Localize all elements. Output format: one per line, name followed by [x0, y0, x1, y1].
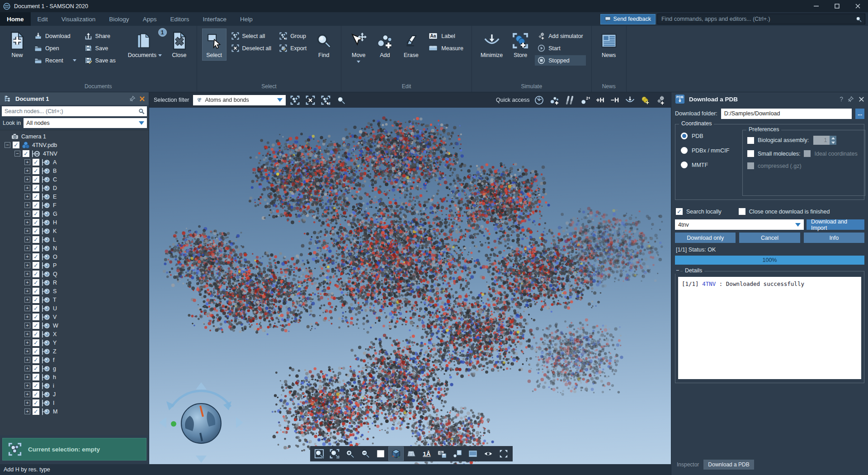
tree-chain-B[interactable]: +B — [0, 166, 149, 175]
expand-icon[interactable]: + — [24, 168, 30, 174]
expand-icon[interactable]: + — [24, 288, 30, 294]
format-radio-pdbx-mmcif[interactable]: PDBx / mmCIF — [681, 147, 729, 154]
select-tool-button[interactable]: Select — [203, 29, 226, 60]
set-charge-button[interactable] — [579, 94, 591, 106]
tree-chain-M[interactable]: +M — [0, 407, 149, 416]
tree-chain-Z[interactable]: +Z — [0, 347, 149, 356]
chain-checkbox[interactable] — [33, 296, 39, 303]
chain-checkbox[interactable] — [33, 202, 39, 209]
add-simulator-button[interactable]: Add simulator — [535, 31, 585, 41]
tree-chain-Y[interactable]: +Y — [0, 338, 149, 347]
zoom-region-button[interactable] — [312, 447, 326, 461]
tree-chain-N[interactable]: +N — [0, 244, 149, 252]
tree-chain-O[interactable]: +O — [0, 252, 149, 261]
zoom-selection-button[interactable] — [335, 94, 347, 106]
details-log[interactable]: [1/1] 4TNV : Downloaded successfully — [678, 277, 861, 379]
expand-icon[interactable]: + — [24, 219, 30, 225]
collapse-icon[interactable]: − — [5, 142, 10, 148]
expand-icon[interactable]: + — [24, 202, 30, 208]
zoom-selection-button[interactable] — [327, 447, 342, 461]
chain-checkbox[interactable] — [33, 305, 39, 312]
chevron-down-icon[interactable] — [357, 61, 360, 63]
expand-icon[interactable]: + — [24, 176, 30, 182]
pin-icon[interactable] — [129, 95, 136, 102]
select-all-button[interactable]: Select all — [229, 31, 274, 41]
background-color-button[interactable] — [373, 447, 388, 461]
chain-checkbox[interactable] — [33, 399, 39, 406]
chevron-down-icon[interactable] — [73, 59, 76, 62]
chain-checkbox[interactable] — [33, 314, 39, 320]
visibility-button[interactable] — [481, 447, 495, 461]
format-radio-mmtf[interactable]: MMTF — [681, 162, 729, 168]
assembly-spinner[interactable]: 1 — [813, 136, 836, 145]
expand-icon[interactable]: + — [24, 357, 30, 363]
chain-checkbox[interactable] — [33, 159, 39, 166]
look-in-select[interactable]: All nodes — [24, 118, 147, 128]
expand-icon[interactable]: + — [24, 408, 30, 414]
menu-item-interface[interactable]: Interface — [196, 12, 233, 26]
close-when-finished-checkbox[interactable] — [739, 208, 745, 215]
new-button[interactable]: New — [5, 29, 29, 60]
viewport-3d[interactable]: Selection filter Atoms and bonds Quick a… — [149, 92, 671, 464]
expand-icon[interactable]: + — [24, 348, 30, 354]
pin-icon[interactable] — [848, 96, 854, 102]
select-all-button[interactable] — [289, 94, 301, 106]
format-radio-pdb[interactable]: PDB — [681, 133, 729, 139]
expand-icon[interactable]: + — [24, 340, 30, 346]
selection-filter-select[interactable]: Atoms and bonds — [193, 95, 286, 105]
invert-selection-button[interactable] — [320, 94, 332, 106]
chain-checkbox[interactable] — [33, 210, 39, 217]
expand-icon[interactable]: + — [24, 185, 30, 191]
tree-chain-T[interactable]: +T — [0, 295, 149, 304]
expand-icon[interactable]: + — [24, 383, 30, 389]
tree-chain-D[interactable]: +D — [0, 184, 149, 192]
navigation-gizmo[interactable] — [154, 380, 244, 464]
tree-chain-E[interactable]: +E — [0, 192, 149, 201]
expand-icon[interactable]: + — [24, 211, 30, 217]
documents-button[interactable]: 1 Documents — [125, 29, 165, 60]
tree-chain-A[interactable]: +A — [0, 158, 149, 166]
tree-chain-K[interactable]: +K — [0, 227, 149, 235]
tree-chain-U[interactable]: +U — [0, 304, 149, 313]
window-close-button[interactable] — [847, 0, 868, 12]
menu-item-apps[interactable]: Apps — [136, 12, 164, 26]
expand-icon[interactable]: + — [24, 391, 30, 397]
save-button[interactable]: Save — [82, 43, 118, 53]
tab-download-a-pdb[interactable]: Download a PDB — [703, 460, 754, 470]
chain-checkbox[interactable] — [33, 176, 39, 183]
tree-chain-J[interactable]: +J — [0, 390, 149, 399]
chain-checkbox[interactable] — [33, 356, 39, 363]
start-button[interactable]: Start — [535, 43, 585, 53]
tree-chain-F[interactable]: +F — [0, 201, 149, 209]
tree-pdb-file-row[interactable]: − 4TNV.pdb — [0, 141, 149, 149]
chain-checkbox[interactable] — [33, 236, 39, 243]
zoom-in-button[interactable] — [343, 447, 357, 461]
measure-button[interactable]: Measure — [425, 43, 466, 53]
chain-checkbox[interactable] — [33, 167, 39, 174]
presets-button[interactable] — [533, 94, 545, 106]
spinner-up-icon[interactable] — [830, 136, 836, 140]
help-icon[interactable]: ? — [840, 95, 843, 103]
expand-icon[interactable]: + — [24, 254, 30, 260]
chain-checkbox[interactable] — [33, 374, 39, 380]
expand-icon[interactable]: + — [24, 237, 30, 242]
save-screenshot-button[interactable] — [435, 447, 449, 461]
send-feedback-button[interactable]: Send feedback — [600, 14, 656, 24]
model-checkbox[interactable] — [23, 150, 29, 157]
menu-item-editors[interactable]: Editors — [163, 12, 196, 26]
fullscreen-button[interactable] — [496, 447, 511, 461]
tree-chain-f[interactable]: +f — [0, 356, 149, 364]
tree-chain-L[interactable]: +L — [0, 235, 149, 244]
chain-checkbox[interactable] — [33, 339, 39, 346]
expand-icon[interactable]: + — [24, 314, 30, 320]
download-folder-input[interactable] — [721, 109, 852, 119]
tree-chain-g[interactable]: +g — [0, 364, 149, 373]
tree-chain-G[interactable]: +G — [0, 209, 149, 218]
bonds-button[interactable] — [564, 94, 576, 106]
save-as-button[interactable]: Save as — [82, 55, 118, 66]
download-button[interactable]: Download — [32, 31, 79, 41]
chain-checkbox[interactable] — [33, 228, 39, 234]
add-hydrogens-button[interactable]: +H — [594, 94, 605, 106]
download-and-import-button[interactable]: Download and Import — [807, 219, 864, 230]
tree-chain-C[interactable]: +C — [0, 175, 149, 184]
